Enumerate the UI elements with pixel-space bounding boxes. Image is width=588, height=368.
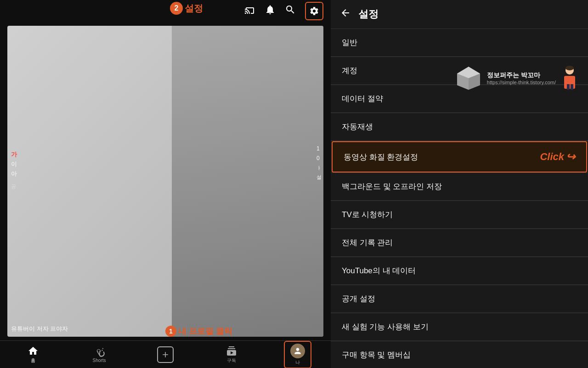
label-small: 공: [11, 183, 17, 191]
settings-item-autoplay-label: 자동재생: [342, 121, 373, 132]
cast-icon[interactable]: [244, 4, 255, 18]
settings-item-history-label: 전체 기록 관리: [342, 237, 393, 248]
settings-item-data-label: 데이터 절약: [342, 93, 383, 104]
settings-item-background[interactable]: 백그라운드 및 오프라인 저장: [331, 173, 588, 201]
bell-icon[interactable]: [265, 4, 276, 18]
svg-rect-7: [571, 84, 573, 90]
nav-shorts-label: Shorts: [93, 358, 106, 363]
blog-info-card: 정보퍼주는 박꼬마 https://simple-think.tistory.c…: [455, 64, 579, 92]
video-info-overlay: 가 이 아 공: [11, 150, 17, 190]
gear-button[interactable]: [305, 2, 323, 20]
settings-item-general[interactable]: 일반: [331, 29, 588, 57]
blog-text: 정보퍼주는 박꼬마 https://simple-think.tistory.c…: [487, 71, 556, 85]
svg-point-8: [565, 66, 574, 70]
settings-header: 설정 정보퍼주는 박꼬마 https://simple-think.tistor…: [331, 0, 588, 29]
settings-item-mydata-label: YouTube의 내 데이터: [342, 265, 416, 276]
settings-item-bg-label: 백그라운드 및 오프라인 저장: [342, 181, 442, 192]
settings-item-exp-label: 새 실험 기능 사용해 보기: [342, 322, 429, 332]
create-button[interactable]: [157, 346, 174, 363]
person-illustration: [560, 66, 579, 91]
settings-item-account-label: 계정: [342, 65, 357, 76]
settings-item-privacy[interactable]: 공개 설정: [331, 285, 588, 313]
nav-profile-label: 나: [295, 359, 300, 366]
settings-item-privacy-label: 공개 설정: [342, 293, 375, 304]
back-button[interactable]: [340, 7, 351, 21]
step1-label: 내 프로필 클릭: [178, 326, 232, 337]
settings-item-vq-label: 동영상 화질 환경설정: [344, 152, 418, 162]
click-text: Click: [540, 151, 564, 163]
click-cursor-icon: ↪: [566, 150, 575, 163]
settings-item-history[interactable]: 전체 기록 관리: [331, 229, 588, 257]
nav-home-label: 홈: [31, 357, 35, 364]
shorts-icon: [94, 346, 105, 357]
settings-item-autoplay[interactable]: 자동재생: [331, 113, 588, 141]
nav-home[interactable]: 홈: [19, 345, 47, 364]
blog-logo-svg: [455, 64, 482, 92]
profile-avatar-icon: [293, 346, 302, 356]
top-bar: 2 설정: [0, 0, 331, 22]
create-icon: [161, 350, 170, 359]
video-bottom-text: 유튜버이 저자 프야자: [11, 325, 68, 333]
blog-url: https://simple-think.tistory.com/: [487, 80, 556, 85]
label-white: 이: [11, 160, 17, 169]
label-red: 가: [11, 150, 17, 160]
blog-name: 정보퍼주는 박꼬마: [487, 71, 556, 80]
side-content: [172, 26, 323, 337]
settings-item-purchases[interactable]: 구매 항목 및 멤버십: [331, 341, 588, 368]
nav-subscriptions-label: 구독: [227, 357, 236, 364]
settings-item-purchases-label: 구매 항목 및 멤버십: [342, 350, 411, 360]
nav-create[interactable]: [152, 346, 179, 363]
subscriptions-icon: [226, 345, 237, 356]
content-area: 가 이 아 공 1 0 ㅏ 설 유튜버이 저자 프야자: [0, 22, 331, 340]
label-white2: 아: [11, 169, 17, 179]
person-svg: [560, 66, 579, 91]
step2-number: 2: [170, 2, 183, 15]
blog-logo: [455, 64, 482, 92]
step1-number: 1: [165, 326, 176, 337]
step2-badge: 2 설정: [170, 2, 203, 15]
svg-rect-6: [567, 84, 570, 90]
settings-item-video-quality[interactable]: 동영상 화질 환경설정 Click ↪: [332, 141, 587, 172]
video-container: 가 이 아 공 1 0 ㅏ 설 유튜버이 저자 프야자: [7, 26, 323, 337]
settings-title: 설정: [358, 7, 379, 21]
settings-item-tv[interactable]: TV로 시청하기: [331, 201, 588, 229]
right-panel: 설정 정보퍼주는 박꼬마 https://simple-think.tistor…: [331, 0, 588, 368]
left-panel: 2 설정 가 이 아 공 1 0 ㅏ 설 유튜버이 저자 프야자: [0, 0, 331, 368]
settings-item-mydata[interactable]: YouTube의 내 데이터: [331, 257, 588, 285]
bottom-nav: 홈 Shorts 구독: [0, 340, 331, 368]
click-badge: Click ↪: [540, 150, 575, 163]
settings-item-experiments[interactable]: 새 실험 기능 사용해 보기: [331, 313, 588, 341]
nav-shorts[interactable]: Shorts: [85, 346, 113, 363]
nav-subscriptions[interactable]: 구독: [218, 345, 245, 364]
right-overlay: 1 0 ㅏ 설: [317, 144, 322, 182]
settings-item-general-label: 일반: [342, 37, 357, 48]
step2-label: 설정: [185, 2, 203, 15]
search-icon[interactable]: [285, 4, 296, 18]
home-icon: [28, 345, 39, 356]
step1-annotation: 1 내 프로필 클릭: [165, 326, 232, 337]
profile-avatar: [290, 344, 305, 358]
settings-item-tv-label: TV로 시청하기: [342, 209, 393, 220]
nav-profile[interactable]: 나: [284, 341, 311, 368]
